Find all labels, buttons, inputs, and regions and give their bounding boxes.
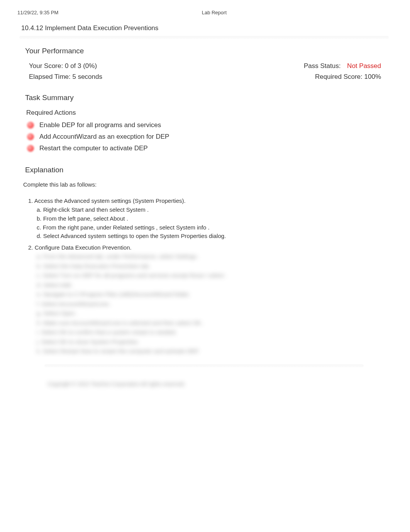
lab-title: 10.4.12 Implement Data Execution Prevent… bbox=[0, 19, 410, 36]
status-fail-icon bbox=[27, 133, 34, 140]
required-value: 100% bbox=[364, 73, 381, 80]
step-1d: d. Select Advanced system settings to op… bbox=[25, 232, 385, 240]
explanation-heading: Explanation bbox=[25, 166, 385, 174]
step-1b: b. From the left pane, select About . bbox=[25, 214, 385, 223]
step-2k: k. Select Restart Now to restart the com… bbox=[25, 347, 385, 356]
elapsed-label: Elapsed Time: bbox=[29, 73, 71, 80]
step-2: 2. Configure Data Execution Prevention. bbox=[25, 244, 385, 251]
page-header: 11/29/22, 9:35 PM Lab Report bbox=[0, 0, 410, 19]
step-2f: f. Select AccountWizard.exe . bbox=[25, 300, 385, 309]
task-summary-section: Task Summary Required Actions Enable DEP… bbox=[0, 84, 410, 152]
divider-bottom bbox=[44, 364, 364, 367]
page-title-small: Lab Report bbox=[202, 10, 227, 15]
step-2h: h. Make sure AccountWizard.exe is select… bbox=[25, 319, 385, 328]
step-1c: c. From the right pane, under Related se… bbox=[25, 223, 385, 232]
action-text: Restart the computer to activate DEP bbox=[39, 144, 148, 152]
action-item: Enable DEP for all programs and services bbox=[25, 121, 385, 129]
action-item: Add AccountWizard as an execption for DE… bbox=[25, 133, 385, 141]
step-2j: j. Select OK to close System Properties. bbox=[25, 338, 385, 347]
status-fail-icon bbox=[27, 122, 34, 129]
score-left: Your Score: 0 of 3 (0%) bbox=[29, 62, 97, 70]
blurred-content: a. From the Advanced tab, under Performa… bbox=[25, 252, 385, 356]
performance-section: Your Performance Your Score: 0 of 3 (0%)… bbox=[0, 39, 410, 81]
action-text: Add AccountWizard as an execption for DE… bbox=[39, 133, 169, 141]
elapsed-row: Elapsed Time: 5 seconds Required Score: … bbox=[25, 73, 385, 81]
step-2g: g. Select Open . bbox=[25, 309, 385, 318]
required-actions-heading: Required Actions bbox=[26, 109, 385, 117]
status-fail-icon bbox=[27, 145, 34, 152]
step-2c: c. Select Turn on DEP for all programs a… bbox=[25, 271, 385, 280]
required-label: Required Score: bbox=[315, 73, 363, 80]
explanation-section: Explanation Complete this lab as follows… bbox=[0, 156, 410, 387]
required-right: Required Score: 100% bbox=[315, 73, 381, 81]
elapsed-value: 5 seconds bbox=[72, 73, 102, 80]
action-text: Enable DEP for all programs and services bbox=[39, 121, 161, 129]
pass-value: Not Passed bbox=[347, 62, 381, 70]
step-1a: a. Right-click Start and then select Sys… bbox=[25, 206, 385, 214]
step-2i: i. Select OK to confirm that a system re… bbox=[25, 328, 385, 337]
pass-label: Pass Status: bbox=[304, 62, 341, 70]
explanation-intro: Complete this lab as follows: bbox=[23, 181, 385, 188]
action-item: Restart the computer to activate DEP bbox=[25, 144, 385, 152]
step-2e: e. Navigate to C:\Program Files (x86)\Ac… bbox=[25, 290, 385, 299]
pass-right: Pass Status: Not Passed bbox=[304, 62, 381, 70]
print-date: 11/29/22, 9:35 PM bbox=[17, 10, 202, 15]
elapsed-left: Elapsed Time: 5 seconds bbox=[29, 73, 102, 81]
step-2a: a. From the Advanced tab, under Performa… bbox=[25, 252, 385, 261]
copyright: Copyright © 2022 TestOut Corporation All… bbox=[25, 367, 385, 387]
divider bbox=[19, 36, 389, 39]
score-row: Your Score: 0 of 3 (0%) Pass Status: Not… bbox=[25, 62, 385, 70]
score-label: Your Score: bbox=[29, 62, 63, 70]
task-summary-heading: Task Summary bbox=[25, 93, 385, 102]
score-value: 0 of 3 (0%) bbox=[65, 62, 97, 70]
step-1: 1. Access the Advanced system settings (… bbox=[25, 197, 385, 204]
step-2b: b. Select the Data Execution Prevention … bbox=[25, 262, 385, 271]
performance-heading: Your Performance bbox=[25, 47, 385, 55]
step-2d: d. Select Add . bbox=[25, 281, 385, 290]
